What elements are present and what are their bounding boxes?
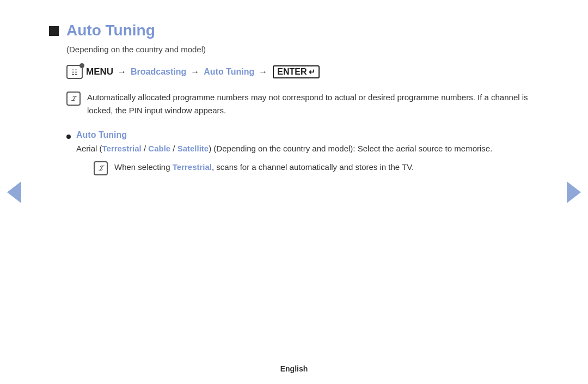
footer-language: English <box>280 364 308 373</box>
enter-arrow-icon: ↵ <box>309 68 315 76</box>
aerial-text: Aerial ( <box>76 144 102 153</box>
note-block-1: 𝓘 Automatically allocated programme numb… <box>66 91 539 117</box>
terrestrial-link-2: Terrestrial <box>173 162 212 172</box>
bullet-row: Auto Tuning <box>66 130 539 140</box>
satellite-link: Satellite <box>177 144 209 153</box>
note-text-1: Automatically allocated programme number… <box>87 91 539 117</box>
note-icon-1: 𝓘 <box>66 92 81 106</box>
arrow3: → <box>259 67 267 77</box>
nav-arrow-right[interactable] <box>566 179 581 206</box>
auto-tuning-link: Auto Tuning <box>204 67 254 77</box>
left-arrow-icon <box>7 181 21 203</box>
sub-note-block: 𝓘 When selecting Terrestrial, scans for … <box>94 161 539 175</box>
footer: English <box>0 364 588 373</box>
menu-path-row: ☷ MENU → Broadcasting → Auto Tuning → EN… <box>66 65 539 79</box>
cable-link: Cable <box>148 144 170 153</box>
subtitle: (Depending on the country and model) <box>66 45 539 54</box>
page-title: Auto Tuning <box>66 22 155 39</box>
menu-label: MENU <box>86 66 113 77</box>
menu-icon: ☷ <box>66 65 83 79</box>
bullet-desc: Aerial (Terrestrial / Cable / Satellite)… <box>76 142 539 155</box>
note2-part1: When selecting <box>114 162 173 172</box>
page-container: Auto Tuning (Depending on the country an… <box>0 0 588 384</box>
note2-part2: , scans for a channel automatically and … <box>212 162 414 172</box>
slash2: / <box>170 144 177 153</box>
title-square-icon <box>49 26 59 36</box>
bullet-dot-icon <box>66 135 71 139</box>
broadcasting-link: Broadcasting <box>131 67 186 77</box>
enter-label: ENTER <box>277 67 307 77</box>
enter-button: ENTER↵ <box>273 65 319 78</box>
slash1: / <box>142 144 149 153</box>
arrow1: → <box>118 67 126 77</box>
desc-part2: ) (Depending on the country and model): … <box>209 144 492 153</box>
title-row: Auto Tuning <box>49 22 539 39</box>
arrow2: → <box>191 67 199 77</box>
bullet-title: Auto Tuning <box>76 130 127 140</box>
note-icon-2: 𝓘 <box>94 161 108 175</box>
right-arrow-icon <box>567 181 581 203</box>
terrestrial-link-1: Terrestrial <box>102 144 142 153</box>
note-text-2: When selecting Terrestrial, scans for a … <box>114 161 414 174</box>
nav-arrow-left[interactable] <box>7 179 22 206</box>
bullet-section: Auto Tuning Aerial (Terrestrial / Cable … <box>66 130 539 175</box>
